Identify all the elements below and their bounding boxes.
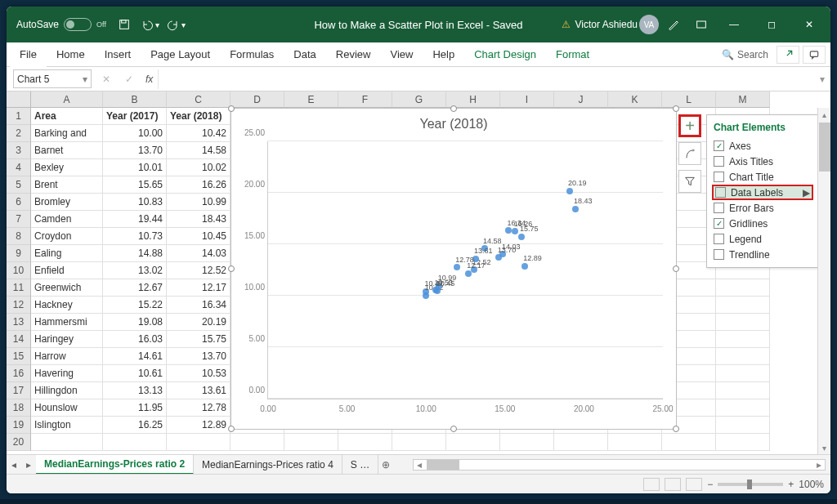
cell[interactable]: Hackney — [31, 297, 103, 314]
cell[interactable]: 15.75 — [167, 331, 231, 348]
cell[interactable]: 13.02 — [103, 262, 167, 279]
tab-formulas[interactable]: Formulas — [220, 42, 284, 67]
row-header[interactable]: 4 — [7, 159, 31, 176]
maximize-button[interactable]: ◻ — [754, 11, 790, 38]
column-header-G[interactable]: G — [392, 91, 446, 108]
chart-element-option[interactable]: ✓Axes — [712, 138, 813, 154]
cell[interactable]: Hillingdon — [31, 382, 103, 399]
cell[interactable]: 18.43 — [167, 211, 231, 228]
cell[interactable]: 14.61 — [103, 348, 167, 365]
chart-filters-button[interactable] — [678, 170, 701, 193]
page-layout-view-button[interactable] — [665, 478, 681, 491]
data-point[interactable] — [572, 206, 579, 212]
data-point[interactable] — [454, 264, 460, 270]
sheet-nav-next[interactable]: ▸ — [21, 459, 36, 471]
save-icon[interactable] — [113, 13, 136, 36]
minimize-button[interactable]: — — [716, 11, 752, 38]
checkbox[interactable]: ✓ — [714, 218, 724, 229]
data-point[interactable] — [432, 287, 439, 293]
chart-object[interactable]: Year (2018) 0.005.0010.0015.0020.0025.00… — [231, 108, 677, 430]
cell[interactable]: 12.67 — [103, 279, 167, 297]
formula-expand-icon[interactable]: ▾ — [814, 74, 830, 85]
checkbox[interactable] — [714, 172, 724, 182]
cell[interactable]: Havering — [31, 365, 103, 382]
zoom-slider[interactable] — [718, 483, 783, 486]
cell[interactable]: Hammersmi — [31, 314, 103, 331]
tab-data[interactable]: Data — [284, 42, 325, 67]
chart-title[interactable]: Year (2018) — [231, 109, 676, 135]
cell[interactable]: 12.17 — [167, 279, 231, 297]
tab-format[interactable]: Format — [546, 42, 599, 67]
normal-view-button[interactable] — [643, 478, 660, 491]
user-name[interactable]: Victor Ashiedu — [575, 19, 638, 30]
data-point[interactable] — [521, 263, 528, 270]
row-headers[interactable]: 1234567891011121314151617181920 — [7, 108, 31, 451]
enter-formula-icon[interactable]: ✓ — [118, 74, 141, 85]
comments-button[interactable] — [803, 46, 826, 64]
close-button[interactable]: ✕ — [791, 11, 827, 38]
column-header-E[interactable]: E — [284, 91, 338, 108]
cell[interactable]: 10.42 — [167, 125, 231, 142]
column-header-C[interactable]: C — [167, 91, 231, 108]
data-point[interactable] — [505, 227, 512, 234]
checkbox[interactable] — [714, 249, 724, 260]
cell[interactable]: Bromley — [31, 194, 103, 211]
sheet-tab-3[interactable]: S … — [342, 455, 378, 475]
drawing-icon[interactable] — [662, 13, 685, 36]
data-point[interactable] — [566, 188, 573, 194]
cell[interactable]: Brent — [31, 176, 103, 194]
column-header-F[interactable]: F — [338, 91, 392, 108]
cell[interactable]: Harrow — [31, 348, 103, 365]
cell[interactable]: Ealing — [31, 245, 103, 262]
avatar[interactable]: VA — [639, 15, 659, 34]
checkbox[interactable] — [714, 156, 724, 167]
chart-styles-button[interactable] — [678, 142, 701, 165]
cell[interactable]: 14.88 — [103, 245, 167, 262]
row-header[interactable]: 6 — [7, 194, 31, 211]
tab-home[interactable]: Home — [47, 42, 95, 67]
zoom-level[interactable]: 100% — [799, 479, 824, 490]
cell[interactable]: 13.70 — [103, 142, 167, 159]
cell[interactable]: 15.65 — [103, 176, 167, 194]
row-header[interactable]: 15 — [7, 348, 31, 365]
row-header[interactable]: 5 — [7, 176, 31, 194]
column-header-J[interactable]: J — [554, 91, 608, 108]
cell[interactable]: 13.61 — [167, 382, 231, 399]
column-header-I[interactable]: I — [500, 91, 554, 108]
zoom-out-button[interactable]: − — [707, 479, 713, 490]
cell[interactable]: 11.95 — [103, 399, 167, 417]
row-header[interactable]: 2 — [7, 125, 31, 142]
cell[interactable]: 16.26 — [167, 176, 231, 194]
row-header[interactable]: 12 — [7, 297, 31, 314]
toggle-switch[interactable] — [64, 18, 92, 31]
row-header[interactable]: 10 — [7, 262, 31, 279]
cell[interactable]: 12.78 — [167, 399, 231, 417]
tab-view[interactable]: View — [380, 42, 423, 67]
sheet-tab-active[interactable]: MedianEarnings-Prices ratio 2 — [36, 455, 194, 475]
cell[interactable]: 12.52 — [167, 262, 231, 279]
cell[interactable]: Year (2018) — [167, 108, 231, 125]
cell[interactable]: 10.61 — [103, 365, 167, 382]
cell[interactable]: 10.53 — [167, 365, 231, 382]
plot-area[interactable]: 0.005.0010.0015.0020.0025.000.005.0010.0… — [267, 141, 663, 399]
column-header-D[interactable]: D — [231, 91, 284, 108]
autosave-toggle[interactable]: AutoSave Off — [11, 18, 111, 31]
checkbox[interactable]: ✓ — [714, 140, 724, 151]
cell[interactable]: 10.01 — [103, 159, 167, 176]
select-all-corner[interactable] — [7, 91, 31, 108]
undo-icon[interactable]: ▾ — [139, 13, 162, 36]
data-point[interactable] — [423, 292, 429, 299]
tab-insert[interactable]: Insert — [95, 42, 141, 67]
data-point[interactable] — [512, 228, 518, 234]
tab-chart-design[interactable]: Chart Design — [464, 42, 546, 67]
tab-file[interactable]: File — [10, 42, 47, 67]
cancel-formula-icon[interactable]: ✕ — [95, 74, 118, 85]
fx-icon[interactable]: fx — [145, 74, 153, 85]
cell[interactable]: 10.02 — [167, 159, 231, 176]
cell[interactable]: Enfield — [31, 262, 103, 279]
column-header-B[interactable]: B — [103, 91, 167, 108]
tab-help[interactable]: Help — [423, 42, 464, 67]
row-header[interactable]: 8 — [7, 228, 31, 245]
chart-element-option[interactable]: Error Bars — [712, 200, 813, 216]
column-header-L[interactable]: L — [662, 91, 716, 108]
